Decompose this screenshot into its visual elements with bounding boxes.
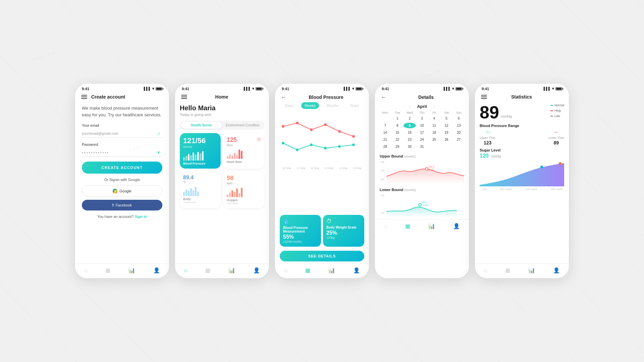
cal-day-24[interactable]: 24: [416, 137, 428, 142]
bottom-nav-4: ⌂ ▦ 📊 👤: [375, 219, 469, 234]
tab-environment[interactable]: Environment Condition: [222, 122, 263, 129]
nav-chart-4[interactable]: 📊: [428, 223, 435, 229]
lower-bound-chart: 130 110 98.4 11:32: [380, 193, 464, 217]
see-details-button[interactable]: SEE DETAILS: [280, 251, 364, 261]
cal-day-30[interactable]: 30: [404, 144, 416, 149]
cal-day-9[interactable]: 9: [404, 123, 416, 128]
cal-day-1[interactable]: 1: [391, 116, 404, 121]
stats-big-number: 89: [480, 104, 499, 121]
cal-day-5[interactable]: 5: [440, 116, 453, 121]
cal-day-16[interactable]: 16: [404, 130, 416, 135]
nav-profile-5[interactable]: 👤: [553, 267, 560, 274]
cal-day-7[interactable]: 7: [379, 123, 391, 128]
nav-home-2[interactable]: ⌂: [184, 267, 187, 274]
cal-day-6[interactable]: 6: [452, 116, 465, 121]
cal-day-19[interactable]: 19: [440, 130, 453, 135]
body-temp-card[interactable]: 89.4 °F Body Tempuratur: [180, 171, 221, 208]
eye-icon[interactable]: 👁: [156, 150, 161, 156]
cal-day-3[interactable]: 3: [416, 116, 428, 121]
cal-day-18[interactable]: 18: [428, 130, 440, 135]
cal-day-26[interactable]: 26: [440, 137, 453, 142]
nav-home-1[interactable]: ⌂: [84, 267, 88, 274]
tab-weeks[interactable]: Weeks: [301, 102, 319, 109]
sign-in-link[interactable]: Sign in: [135, 215, 147, 219]
nav-chart-3[interactable]: 📊: [328, 267, 335, 274]
service-card-bp[interactable]: 💧 Blood Pressure Measurement 55% 131/80 …: [280, 215, 321, 247]
stats-big-unit: mmHg: [501, 114, 512, 121]
battery-icon-1: [156, 87, 162, 90]
google-icon: G: [113, 189, 117, 193]
hr-label: Heart Rate: [227, 160, 261, 164]
facebook-signin-button[interactable]: f Facebook: [82, 200, 162, 210]
cal-day-21[interactable]: 21: [379, 137, 391, 142]
cal-day-13[interactable]: 13: [452, 123, 465, 128]
tab-days[interactable]: Days: [282, 102, 297, 109]
temp-bar: [185, 189, 187, 196]
nav-profile-1[interactable]: 👤: [153, 267, 160, 274]
nav-chart-5[interactable]: 📊: [528, 267, 535, 274]
greeting-sub: Today is going well.: [180, 113, 264, 117]
cal-day-14[interactable]: 14: [379, 130, 391, 135]
lower-than-val: 89: [554, 140, 559, 145]
service-card-weight[interactable]: ⏱ Body Weight Scale 25% 120kg: [323, 215, 364, 247]
cal-day-17[interactable]: 17: [416, 130, 428, 135]
heart-rate-card[interactable]: 125 8pm ⊙ Heart Rate: [223, 133, 264, 169]
cal-day-10[interactable]: 10: [416, 123, 428, 128]
cal-day-22[interactable]: 22: [391, 137, 404, 142]
next-month-button[interactable]: ›: [434, 104, 435, 109]
cal-day-27[interactable]: 27: [452, 137, 465, 142]
hr-bar: [229, 154, 231, 159]
tab-months[interactable]: Months: [323, 102, 342, 109]
cal-day-28[interactable]: 28: [379, 144, 391, 149]
email-input[interactable]: [82, 129, 162, 138]
nav-calendar-2[interactable]: ▦: [205, 267, 210, 274]
hamburger-menu-5[interactable]: [481, 95, 487, 99]
password-input[interactable]: [82, 148, 162, 157]
oxygen-unit: 8pm: [227, 182, 261, 185]
signal-icon-5: ▌▌▌: [544, 87, 551, 90]
blood-pressure-card[interactable]: 121/56 mmHa Blood Pressure: [180, 133, 221, 169]
cal-day-23[interactable]: 23: [404, 137, 416, 142]
nav-calendar-1[interactable]: ▦: [105, 267, 110, 274]
back-button-3[interactable]: ←: [281, 94, 286, 100]
nav-profile-3[interactable]: 👤: [353, 267, 360, 274]
cal-day-20[interactable]: 20: [452, 130, 465, 135]
nav-home-3[interactable]: ⌂: [284, 267, 287, 274]
tab-health-sense[interactable]: Health Sense: [181, 122, 222, 129]
cal-day-4[interactable]: 4: [428, 116, 440, 121]
prev-month-button[interactable]: ‹: [409, 104, 411, 109]
hamburger-menu-1[interactable]: [81, 95, 87, 99]
cal-day-25[interactable]: 25: [428, 137, 440, 142]
create-account-button[interactable]: CREATE ACCOUNT: [82, 162, 162, 174]
battery-icon-3: [356, 87, 362, 90]
calendar-header: ‹ April ›: [375, 102, 469, 111]
cal-day-11[interactable]: 11: [428, 123, 440, 128]
oxygen-bars: [227, 187, 261, 197]
cal-day-2[interactable]: 2: [404, 116, 416, 121]
nav-home-5[interactable]: ⌂: [484, 267, 487, 274]
cal-day-15[interactable]: 15: [391, 130, 404, 135]
google-signin-button[interactable]: G Google: [82, 185, 162, 197]
nav-chart-1[interactable]: 📊: [128, 267, 135, 274]
cal-day-8[interactable]: 8: [391, 123, 404, 128]
nav-chart-2[interactable]: 📊: [228, 267, 235, 274]
nav-calendar-4[interactable]: ▦: [405, 223, 410, 229]
svg-text:100: 100: [380, 178, 384, 181]
svg-point-7: [296, 148, 299, 151]
nav-calendar-3[interactable]: ▦: [305, 267, 310, 274]
sugar-unit: mmHg: [491, 155, 501, 158]
nav-calendar-5[interactable]: ▦: [505, 267, 510, 274]
oxygen-card[interactable]: 98 8pm Oxygen Saturatior: [223, 171, 264, 208]
date-label-5: 14 May: [339, 167, 347, 170]
tab-years[interactable]: Years: [346, 102, 362, 109]
nav-profile-2[interactable]: 👤: [253, 267, 260, 274]
cal-day-31[interactable]: 31: [416, 144, 428, 149]
nav-bar-3: ← Blood Pressure: [275, 92, 369, 102]
hamburger-menu-2[interactable]: [181, 95, 187, 99]
nav-home-4[interactable]: ⌂: [384, 223, 387, 229]
nav-profile-4[interactable]: 👤: [453, 223, 460, 229]
back-button-4[interactable]: ←: [381, 94, 386, 100]
temp-bar: [197, 191, 199, 196]
cal-day-29[interactable]: 29: [391, 144, 404, 149]
cal-day-12[interactable]: 12: [440, 123, 453, 128]
